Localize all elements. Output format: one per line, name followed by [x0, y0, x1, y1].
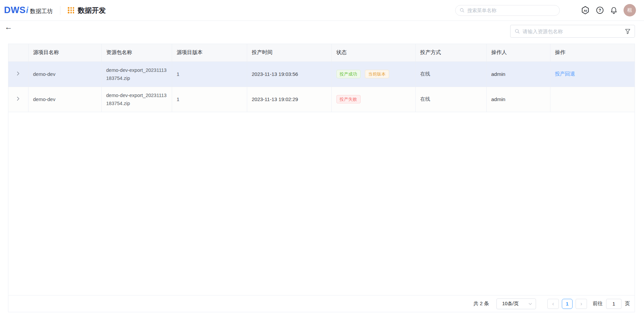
cell-source-project: demo-dev — [28, 61, 101, 87]
cell-actions — [550, 87, 635, 112]
cell-deploy-method: 在线 — [415, 87, 486, 112]
goto-page-input[interactable] — [606, 299, 622, 309]
top-navbar: DWSi 数据工坊 数据开发 AI ? — [0, 0, 644, 21]
chevron-down-icon — [528, 302, 532, 306]
table-header-row: 源项目名称 资源包名称 源项目版本 投产时间 状态 投产方式 操作人 操作 — [8, 44, 635, 61]
column-operator: 操作人 — [486, 44, 550, 61]
column-expand — [8, 44, 28, 61]
column-version: 源项目版本 — [172, 44, 247, 61]
column-actions: 操作 — [550, 44, 635, 61]
pagination-total: 共 2 条 — [473, 301, 489, 307]
row-expand-toggle[interactable] — [8, 61, 28, 87]
logo-i-text: i — [26, 5, 29, 15]
cell-version: 1 — [172, 87, 247, 112]
chevron-right-icon — [16, 96, 20, 101]
page-number-1[interactable]: 1 — [562, 299, 573, 309]
help-icon[interactable]: ? — [596, 6, 604, 14]
status-badge: 投产失败 — [336, 95, 361, 103]
column-deploy-method: 投产方式 — [415, 44, 486, 61]
menu-search-input[interactable] — [467, 8, 555, 13]
chevron-left-icon: ‹ — [552, 301, 554, 307]
current-page-label: 1 — [566, 301, 569, 307]
navbar-actions: AI ? 租 — [581, 4, 636, 16]
column-status: 状态 — [331, 44, 415, 61]
column-source-project: 源项目名称 — [28, 44, 101, 61]
logo-brand-text: 数据工坊 — [30, 7, 53, 15]
cell-operator: admin — [486, 87, 550, 112]
menu-search-box[interactable] — [455, 5, 560, 16]
row-expand-toggle[interactable] — [8, 87, 28, 112]
package-filter-box[interactable] — [510, 25, 635, 38]
table-row[interactable]: demo-dev demo-dev-export_20231113183754.… — [8, 87, 635, 112]
goto-label: 前往 — [593, 301, 603, 307]
page-size-value: 10条/页 — [502, 301, 519, 307]
user-avatar[interactable]: 租 — [624, 4, 636, 16]
cell-actions: 投产回退 — [550, 61, 635, 87]
cell-deploy-time: 2023-11-13 19:03:56 — [247, 61, 331, 87]
app-grid-icon[interactable] — [68, 7, 74, 13]
cell-package-name: demo-dev-export_20231113183754.zip — [101, 61, 172, 87]
logo-dws-text: DWS — [4, 5, 26, 15]
page-unit-label: 页 — [625, 301, 630, 307]
search-icon — [460, 8, 465, 13]
cell-operator: admin — [486, 61, 550, 87]
page-size-select[interactable]: 10条/页 — [496, 298, 536, 309]
package-filter-input[interactable] — [523, 29, 622, 34]
next-page-button[interactable]: › — [576, 299, 587, 309]
column-deploy-time: 投产时间 — [247, 44, 331, 61]
cell-status: 投产成功 当前版本 — [331, 61, 415, 87]
rollback-link[interactable]: 投产回退 — [555, 71, 575, 77]
navbar-divider — [60, 6, 60, 15]
svg-text:?: ? — [599, 8, 601, 13]
chevron-right-icon: › — [580, 301, 582, 307]
deployment-table-panel: 源项目名称 资源包名称 源项目版本 投产时间 状态 投产方式 操作人 操作 de… — [8, 44, 635, 312]
svg-text:AI: AI — [584, 8, 587, 12]
chevron-right-icon — [16, 71, 20, 76]
cell-status: 投产失败 — [331, 87, 415, 112]
prev-page-button[interactable]: ‹ — [547, 299, 559, 309]
deployment-table: 源项目名称 资源包名称 源项目版本 投产时间 状态 投产方式 操作人 操作 de… — [8, 44, 635, 112]
page-title: 数据开发 — [77, 6, 106, 15]
filter-funnel-icon[interactable] — [625, 29, 631, 34]
back-arrow-icon: ← — [5, 22, 12, 32]
cell-source-project: demo-dev — [28, 87, 101, 112]
column-package-name: 资源包名称 — [101, 44, 172, 61]
pagination-bar: 共 2 条 10条/页 ‹ 1 › 前往 页 — [8, 295, 635, 312]
search-icon — [515, 29, 520, 34]
status-badge: 投产成功 — [336, 70, 361, 78]
cell-package-name: demo-dev-export_20231113183754.zip — [101, 87, 172, 112]
cell-version: 1 — [172, 61, 247, 87]
cell-deploy-time: 2023-11-13 19:02:29 — [247, 87, 331, 112]
ai-assistant-icon[interactable]: AI — [581, 6, 590, 15]
table-empty-area — [8, 112, 635, 295]
current-version-badge: 当前版本 — [365, 70, 389, 78]
back-button[interactable]: ← — [3, 21, 14, 32]
cell-deploy-method: 在线 — [415, 61, 486, 87]
notification-bell-icon[interactable] — [610, 6, 618, 14]
table-row[interactable]: demo-dev demo-dev-export_20231113183754.… — [8, 61, 635, 87]
brand-logo[interactable]: DWSi 数据工坊 — [4, 5, 53, 15]
avatar-label: 租 — [627, 7, 632, 13]
